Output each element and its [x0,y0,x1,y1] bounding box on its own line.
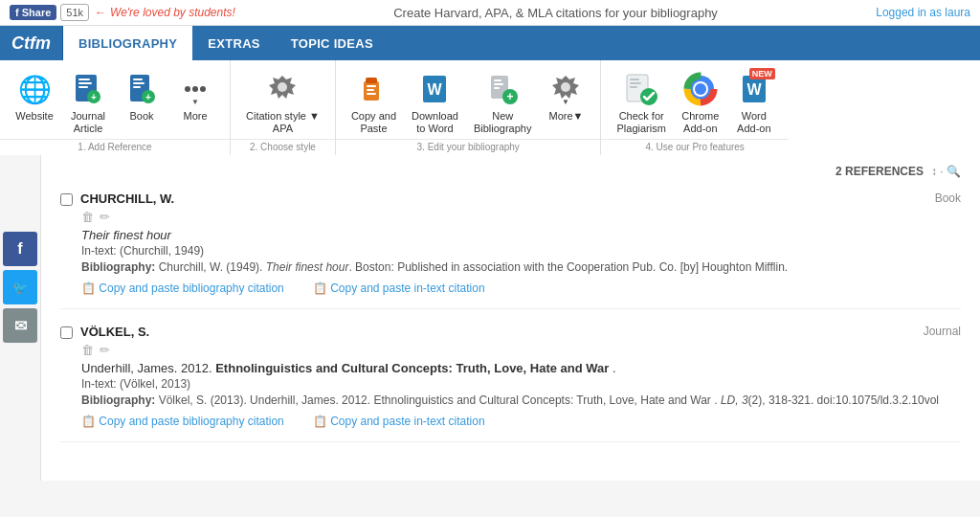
tab-topic-ideas[interactable]: TOPIC IDEAS [276,26,389,60]
svg-point-16 [278,82,287,92]
ref-author: VÖLKEL, S. [80,325,149,339]
check-plagiarism-button[interactable]: Check forPlagiarism [609,66,673,139]
svg-rect-33 [630,79,639,80]
facebook-share-button[interactable]: f [3,232,37,266]
svg-rect-1 [78,79,90,80]
svg-point-30 [561,82,570,92]
download-word-label: Downloadto Word [412,110,458,135]
svg-rect-3 [78,86,88,88]
svg-rect-19 [367,85,376,87]
more-icon: ▼ [176,70,214,108]
arrow-icon: ← [95,6,106,19]
svg-rect-21 [367,93,376,95]
svg-point-12 [185,86,190,92]
svg-rect-34 [630,82,641,84]
ref-count: 2 REFERENCES [835,165,924,178]
ribbon-toolbar: 🌐 Website + JournalArtic [0,60,980,155]
copy-intext-link[interactable]: 📋 Copy and paste in-text citation [313,281,485,295]
svg-rect-27 [494,87,500,89]
citation-style-label: Citation style ▼APA [246,110,320,135]
new-bibliography-button[interactable]: + NewBibliography [466,66,540,139]
svg-text:+: + [145,92,151,102]
tab-extras[interactable]: EXTRAS [192,26,276,60]
email-share-button[interactable]: ✉ [3,308,37,343]
svg-rect-2 [78,82,92,84]
toolbar-section-add-ref: 🌐 Website + JournalArtic [0,60,230,155]
word-addon-label: WordAdd-on [737,110,770,135]
svg-rect-9 [133,86,141,88]
book-icon: + [122,70,161,108]
download-word-button[interactable]: W Downloadto Word [404,66,466,139]
more-button[interactable]: ▼ More [168,66,222,139]
logged-in-label: Logged in as laura [876,6,970,19]
copy-bib-link[interactable]: 📋 Copy and paste bibliography citation [81,281,284,295]
ref-bibliography: Bibliography: Völkel, S. (2013). Underhi… [81,393,961,409]
ref-checkbox[interactable] [60,193,73,206]
new-bib-icon: + [483,70,522,108]
ref-checkbox[interactable] [60,326,73,339]
reference-item: CHURCHILL, W. Book 🗑 ✏ Their finest hour… [60,191,961,309]
section2-label: 2. Choose style [231,139,335,155]
section3-label: 3. Edit your bibliography [336,139,601,155]
nav-bar: Ctfm BIBLIOGRAPHY EXTRAS TOPIC IDEAS [0,26,980,60]
nav-tabs: BIBLIOGRAPHY EXTRAS TOPIC IDEAS [63,26,389,60]
copy-bib-link[interactable]: 📋 Copy and paste bibliography citation [81,415,284,428]
website-label: Website [15,110,54,123]
section1-label: 1. Add Reference [0,139,230,155]
svg-rect-18 [366,78,377,83]
more2-label: More▼ [549,110,584,123]
tagline: Create Harvard, APA, & MLA citations for… [235,6,876,20]
sort-icon[interactable]: ↕ · 🔍 [931,165,961,178]
chrome-addon-button[interactable]: ChromeAdd-on [674,66,727,139]
social-sidebar: f 🐦 ✉ [0,155,40,481]
svg-text:+: + [91,92,97,102]
toolbar-sections: 🌐 Website + JournalArtic [0,60,980,155]
new-bib-label: NewBibliography [474,110,532,135]
journal-icon: + [69,70,107,108]
toolbar-section-edit: Copy andPaste W Downloadto Word [336,60,601,155]
svg-text:+: + [507,90,514,103]
more-label: More [183,110,207,135]
new-badge: NEW [749,68,775,79]
toolbar-section-pro: Check forPlagiarism ChromeAdd-on [601,60,788,155]
copy-paste-label: Copy andPaste [351,110,396,135]
svg-rect-26 [494,83,503,85]
delete-icon[interactable]: 🗑 [81,210,94,224]
content-panel: 2 REFERENCES ↕ · 🔍 CHURCHILL, W. Book 🗑 … [40,155,980,481]
copy-paste-icon [354,70,392,108]
svg-rect-7 [133,79,143,80]
word-addon-icon: W NEW [735,70,773,108]
svg-rect-35 [630,86,637,88]
top-bar: f Share 51k ← We're loved by students! C… [0,0,980,26]
globe-icon: 🌐 [15,70,54,108]
twitter-share-button[interactable]: 🐦 [3,270,37,304]
ref-book-title: Underhill, James. 2012. Ethnolinguistics… [81,361,961,375]
download-word-icon: W [415,70,454,108]
delete-icon[interactable]: 🗑 [81,343,94,357]
toolbar-section-style: Citation style ▼APA 2. Choose style [231,60,335,155]
book-button[interactable]: + Book [115,66,168,126]
ref-book-title: Their finest hour [81,228,961,242]
svg-rect-8 [133,82,145,84]
chrome-icon [681,70,720,108]
pencil-icon[interactable]: ✏ [100,343,110,357]
citation-style-button[interactable]: Citation style ▼APA [238,66,327,139]
website-button[interactable]: 🌐 Website [8,66,61,126]
svg-point-42 [695,83,706,95]
copy-paste-button[interactable]: Copy andPaste [344,66,404,139]
copy-intext-link[interactable]: 📋 Copy and paste in-text citation [313,415,485,428]
journal-label: JournalArticle [71,110,105,135]
svg-point-14 [200,86,206,92]
svg-rect-25 [494,79,501,81]
reference-item: VÖLKEL, S. Journal 🗑 ✏ Underhill, James.… [60,325,961,442]
logo[interactable]: Ctfm [0,26,63,60]
more2-button[interactable]: ▼ More▼ [539,66,592,126]
word-addon-button[interactable]: W NEW WordAdd-on [727,66,781,139]
fb-share-btn[interactable]: f Share [10,5,56,20]
tab-bibliography[interactable]: BIBLIOGRAPHY [63,26,192,60]
journal-article-button[interactable]: + JournalArticle [61,66,115,139]
pencil-icon[interactable]: ✏ [100,210,110,224]
fb-count: 51k [60,4,89,21]
main-content: f 🐦 ✉ 2 REFERENCES ↕ · 🔍 CHURCHILL, W. B… [0,155,980,481]
svg-point-13 [192,86,198,92]
